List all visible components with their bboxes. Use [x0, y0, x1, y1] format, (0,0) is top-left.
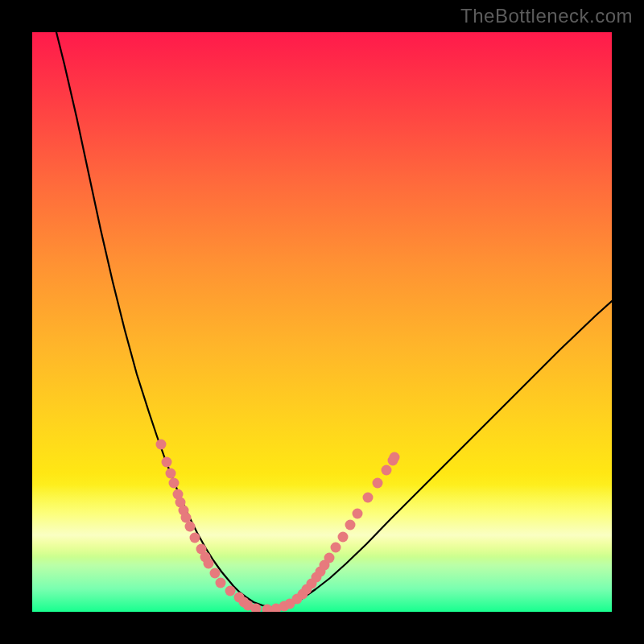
left-pink-dots-dot: [173, 489, 184, 500]
right-pink-dots-dot: [312, 572, 322, 583]
left-pink-dots-dot: [169, 478, 180, 489]
left-pink-dots-dot: [181, 513, 192, 523]
chart-frame: TheBottleneck.com: [0, 0, 644, 644]
bottom-pink-dots-dot: [243, 601, 254, 611]
left-pink-dots-dot: [210, 568, 221, 579]
left-pink-dots-dot: [175, 497, 186, 508]
right-pink-dots-dot: [353, 509, 363, 519]
right-pink-dots-dot: [292, 594, 303, 605]
right-pink-dots-dot: [373, 478, 383, 489]
right-pink-dots-dot: [302, 584, 312, 595]
left-pink-dots-dot: [196, 544, 207, 555]
bottom-pink-dots-dot: [234, 592, 245, 603]
left-pink-dots-dot: [190, 533, 200, 543]
bottom-pink-dots-dot: [271, 604, 282, 613]
right-pink-dots-dot: [388, 456, 398, 466]
right-pink-dots-dot: [331, 543, 341, 553]
right-pink-dots-dot: [320, 560, 330, 571]
bottom-pink-dots-dot: [239, 597, 250, 608]
right-pink-dots-dot: [390, 452, 400, 463]
right-pink-dots-dot: [363, 493, 374, 503]
plot-area: [32, 32, 612, 612]
bottom-pink-dots-dot: [279, 601, 290, 612]
bottleneck-curve: [56, 32, 612, 608]
bottom-pink-dots-dot: [251, 604, 262, 613]
watermark-text: TheBottleneck.com: [460, 5, 633, 27]
right-pink-dots-dot: [316, 567, 326, 577]
left-pink-dots-dot: [204, 559, 214, 569]
right-pink-dots-dot: [338, 532, 349, 543]
left-pink-dots-dot: [200, 552, 211, 563]
lower-haze-band: [32, 485, 612, 557]
curve-svg: [32, 32, 612, 612]
right-pink-dots-dot: [298, 589, 308, 600]
left-pink-dots-dot: [162, 457, 172, 468]
right-pink-dots-dot: [345, 520, 356, 530]
right-pink-dots-dot: [382, 465, 392, 476]
right-pink-dots-dot: [307, 579, 317, 589]
bottom-pink-dots-dot: [262, 605, 273, 613]
right-pink-dots-dot: [324, 553, 335, 564]
left-pink-dots-dot: [216, 578, 226, 588]
left-pink-dots-dot: [185, 522, 196, 532]
left-pink-dots-dot: [179, 506, 189, 516]
bottom-pink-dots-dot: [285, 599, 295, 609]
left-pink-dots-dot: [156, 440, 167, 450]
left-pink-dots-dot: [225, 586, 236, 597]
left-pink-dots-dot: [166, 469, 176, 479]
